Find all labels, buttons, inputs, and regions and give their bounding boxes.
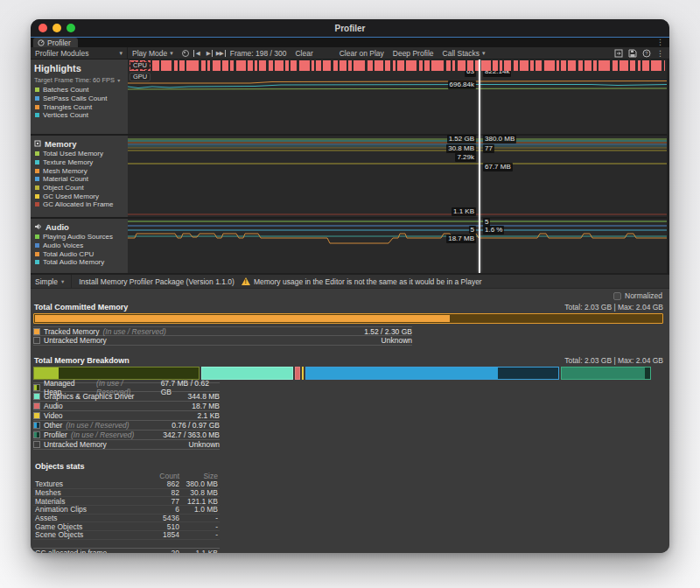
frame-value-label: 1.1 KB bbox=[452, 207, 476, 216]
memory-module-icon bbox=[34, 139, 41, 149]
counter-swatch bbox=[35, 202, 39, 206]
load-profile-icon[interactable] bbox=[614, 49, 623, 58]
more-options-icon[interactable]: ⋮ bbox=[656, 49, 664, 58]
view-mode-label: Simple bbox=[35, 277, 58, 286]
counter-texture-memory[interactable]: Texture Memory bbox=[31, 158, 128, 167]
legend-row-other: Other(In use / Reserved)0.76 / 0.97 GB bbox=[33, 421, 220, 430]
selected-frame-indicator[interactable] bbox=[479, 60, 480, 273]
counter-setpass-calls-count[interactable]: SetPass Calls Count bbox=[31, 94, 128, 103]
module-section-audio: AudioPlaying Audio SourcesAudio VoicesTo… bbox=[31, 219, 128, 273]
memory-breakdown-total: Total: 2.03 GB | Max: 2.04 GB bbox=[564, 356, 663, 365]
legend-row-graphics-graphics-driver: Graphics & Graphics Driver344.8 MB bbox=[33, 392, 220, 402]
current-frame-button[interactable]: ▶▶ bbox=[213, 50, 226, 57]
normalized-checkbox[interactable] bbox=[613, 292, 621, 300]
minimize-window-button[interactable] bbox=[52, 24, 61, 32]
objects-stats-columns: Count Size bbox=[33, 471, 220, 480]
counter-playing-audio-sources[interactable]: Playing Audio Sources bbox=[31, 233, 128, 242]
frame-value-label: 1.6 % bbox=[483, 226, 504, 234]
counter-label: SetPass Calls Count bbox=[43, 94, 107, 102]
previous-frame-button[interactable]: ◀ bbox=[193, 50, 203, 57]
chart-lines bbox=[128, 60, 667, 273]
legend-value: Unknown bbox=[189, 440, 220, 449]
legend-value: 18.7 MB bbox=[192, 402, 220, 410]
gpu-chart-chip[interactable]: GPU bbox=[130, 73, 150, 81]
counter-swatch bbox=[35, 177, 39, 181]
view-mode-dropdown[interactable]: Simple▾ bbox=[31, 275, 72, 288]
profiler-chart-canvas[interactable]: CPU GPU 63822.14k696.84k1.52 GB380.0 MB3… bbox=[128, 60, 667, 273]
tab-profiler[interactable]: Profiler bbox=[33, 38, 78, 47]
chevron-down-icon: ▾ bbox=[119, 50, 122, 57]
tab-options-icon[interactable]: ⋮ bbox=[651, 38, 669, 47]
zoom-window-button[interactable] bbox=[66, 24, 75, 32]
legend-label: Untracked Memory bbox=[44, 336, 107, 345]
frame-value-label: 7.29k bbox=[455, 153, 476, 162]
counter-mesh-memory[interactable]: Mesh Memory bbox=[31, 166, 128, 175]
counter-total-audio-memory[interactable]: Total Audio Memory bbox=[31, 258, 128, 267]
counter-label: Triangles Count bbox=[43, 103, 92, 111]
save-profile-icon[interactable] bbox=[628, 49, 637, 58]
breakdown-segment bbox=[295, 367, 300, 380]
counter-triangles-count[interactable]: Triangles Count bbox=[31, 102, 128, 111]
counter-label: Audio Voices bbox=[43, 242, 83, 249]
counter-material-count[interactable]: Material Count bbox=[31, 175, 128, 184]
counter-gc-used-memory[interactable]: GC Used Memory bbox=[31, 192, 128, 200]
counter-vertices-count[interactable]: Vertices Count bbox=[31, 111, 128, 120]
svg-text:?: ? bbox=[645, 51, 648, 56]
profiler-toolbar: Profiler Modules▾ Play Mode▾ ◀ ▶ ▶▶ Fram… bbox=[31, 47, 669, 60]
counter-label: Total Audio Memory bbox=[43, 258, 104, 266]
counter-label: Total Used Memory bbox=[43, 150, 103, 158]
counter-audio-voices[interactable]: Audio Voices bbox=[31, 242, 128, 250]
counter-batches-count[interactable]: Batches Count bbox=[31, 86, 128, 94]
chevron-down-icon: ▾ bbox=[170, 50, 173, 57]
help-icon[interactable]: ? bbox=[642, 49, 651, 58]
module-title: Memory bbox=[45, 139, 76, 149]
module-header-audio[interactable]: Audio bbox=[31, 219, 128, 233]
module-header-memory[interactable]: Memory bbox=[31, 136, 128, 150]
clear-button[interactable]: Clear bbox=[290, 47, 317, 59]
frame-value-label: 63 bbox=[465, 71, 476, 77]
legend-row-tracked-memory: Tracked Memory(In use / Reserved)1.52 / … bbox=[33, 326, 412, 336]
counter-gc-allocated-in-frame[interactable]: GC Allocated in Frame bbox=[31, 200, 128, 209]
details-panel: Simple▾ Install Memory Profiler Package … bbox=[31, 273, 669, 553]
next-frame-button[interactable]: ▶ bbox=[203, 50, 213, 57]
breakdown-segment bbox=[302, 367, 304, 380]
call-stacks-dropdown[interactable]: Call Stacks▾ bbox=[438, 47, 490, 59]
counter-total-audio-cpu[interactable]: Total Audio CPU bbox=[31, 249, 128, 258]
counter-swatch bbox=[35, 186, 39, 190]
play-mode-dropdown[interactable]: Play Mode▾ bbox=[128, 47, 178, 59]
frame-value-label: 380.0 MB bbox=[483, 135, 516, 144]
committed-memory-total: Total: 2.03 GB | Max: 2.04 GB bbox=[564, 303, 663, 312]
window-titlebar: Profiler bbox=[31, 19, 669, 37]
count-column-header: Count bbox=[129, 472, 179, 480]
target-frame-time-dropdown[interactable]: Target Frame Time: 60 FPS▾ bbox=[31, 74, 128, 86]
counter-label: GC Allocated in Frame bbox=[43, 200, 113, 208]
clear-on-play-button[interactable]: Clear on Play bbox=[335, 47, 388, 59]
record-icon[interactable] bbox=[182, 50, 189, 57]
legend-label: Video bbox=[44, 411, 63, 420]
objects-stats-table: Objects stats Count Size Textures862380.… bbox=[33, 462, 220, 553]
counter-swatch bbox=[35, 260, 39, 264]
legend-swatch bbox=[33, 422, 40, 429]
counter-object-count[interactable]: Object Count bbox=[31, 184, 128, 192]
target-frame-time-label: Target Frame Time: 60 FPS bbox=[34, 76, 115, 84]
module-header-highlights[interactable]: Highlights bbox=[31, 60, 128, 74]
cpu-chart-chip[interactable]: CPU bbox=[130, 61, 150, 70]
deep-profile-button[interactable]: Deep Profile bbox=[388, 47, 438, 59]
close-window-button[interactable] bbox=[38, 24, 47, 32]
legend-swatch bbox=[33, 337, 40, 344]
details-toolbar: Simple▾ Install Memory Profiler Package … bbox=[31, 275, 669, 289]
legend-label: Graphics & Graphics Driver bbox=[44, 392, 134, 401]
counter-label: Object Count bbox=[43, 184, 84, 192]
counter-swatch bbox=[35, 160, 39, 164]
frame-value-label: 30.8 MB bbox=[446, 144, 476, 153]
desktop-background: Profiler Profiler ⋮ Profiler Modules▾ Pl… bbox=[0, 0, 700, 588]
frame-value-label: 18.7 MB bbox=[446, 234, 476, 243]
legend-value: 1.52 / 2.30 GB bbox=[364, 327, 412, 336]
counter-total-used-memory[interactable]: Total Used Memory bbox=[31, 150, 128, 158]
profiler-modules-dropdown[interactable]: Profiler Modules▾ bbox=[31, 47, 128, 59]
module-strip-divider bbox=[31, 217, 667, 219]
legend-note: (In use / Reserved) bbox=[102, 327, 165, 336]
counter-swatch bbox=[35, 194, 39, 199]
committed-memory-title: Total Committed Memory bbox=[34, 303, 128, 312]
install-memory-profiler-button[interactable]: Install Memory Profiler Package (Version… bbox=[72, 277, 242, 286]
